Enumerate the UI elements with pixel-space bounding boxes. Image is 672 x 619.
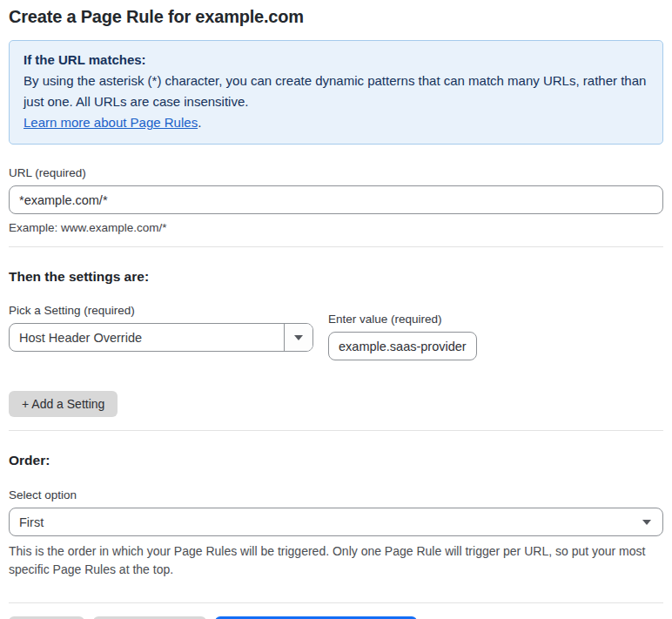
order-select-label: Select option (9, 488, 663, 501)
info-box-link-line: Learn more about Page Rules. (24, 112, 648, 133)
pick-setting-dropdown-button[interactable] (284, 324, 312, 351)
add-setting-button[interactable]: + Add a Setting (9, 391, 118, 417)
create-page-rule-form: Create a Page Rule for example.com If th… (0, 0, 672, 619)
info-box-heading: If the URL matches: (24, 50, 648, 71)
page-title: Create a Page Rule for example.com (9, 7, 663, 27)
enter-value-column: Enter value (required) (328, 304, 477, 360)
url-match-info-box: If the URL matches: By using the asteris… (9, 40, 663, 145)
url-example-text: Example: www.example.com/* (9, 221, 663, 234)
pick-setting-select[interactable]: Host Header Override (9, 323, 313, 352)
link-period: . (198, 115, 201, 130)
divider (9, 246, 663, 247)
divider (9, 602, 663, 603)
pick-setting-label: Pick a Setting (required) (9, 304, 313, 317)
settings-row: Pick a Setting (required) Host Header Ov… (9, 304, 663, 360)
enter-value-label: Enter value (required) (328, 313, 477, 326)
settings-section-heading: Then the settings are: (9, 269, 663, 285)
order-section-heading: Order: (9, 453, 663, 468)
order-select[interactable]: First (9, 508, 663, 536)
learn-more-link[interactable]: Learn more about Page Rules (24, 115, 198, 130)
setting-value-input[interactable] (328, 332, 477, 360)
url-input[interactable] (9, 185, 663, 214)
order-selected-value: First (10, 508, 642, 535)
chevron-down-icon (294, 335, 303, 340)
info-box-body: By using the asterisk (*) character, you… (24, 71, 648, 112)
divider (9, 430, 663, 431)
url-field-label: URL (required) (9, 166, 663, 179)
order-help-text: This is the order in which your Page Rul… (9, 542, 663, 579)
pick-setting-selected-value: Host Header Override (10, 324, 284, 351)
order-dropdown-arrow (642, 508, 662, 535)
chevron-down-icon (642, 520, 651, 525)
pick-setting-column: Pick a Setting (required) Host Header Ov… (9, 304, 313, 352)
